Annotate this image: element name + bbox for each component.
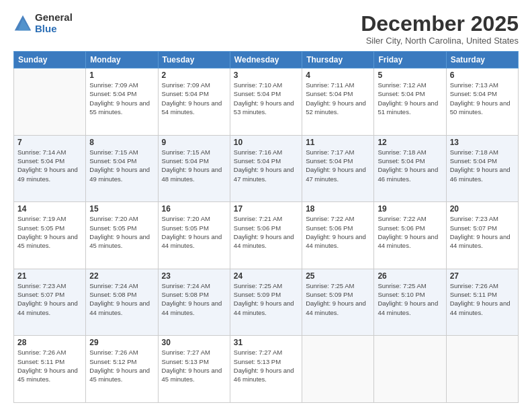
- calendar-header-monday: Monday: [86, 52, 158, 68]
- calendar-header-saturday: Saturday: [446, 52, 518, 68]
- calendar-cell: 28Sunrise: 7:26 AMSunset: 5:11 PMDayligh…: [14, 336, 86, 403]
- day-info: Sunrise: 7:23 AMSunset: 5:07 PMDaylight:…: [450, 214, 515, 250]
- calendar-cell: [302, 336, 374, 403]
- day-info: Sunrise: 7:13 AMSunset: 5:04 PMDaylight:…: [450, 81, 515, 116]
- day-info: Sunrise: 7:27 AMSunset: 5:13 PMDaylight:…: [162, 348, 226, 383]
- calendar-cell: 10Sunrise: 7:16 AMSunset: 5:04 PMDayligh…: [230, 135, 302, 202]
- day-info: Sunrise: 7:21 AMSunset: 5:06 PMDaylight:…: [234, 214, 298, 250]
- day-info: Sunrise: 7:24 AMSunset: 5:08 PMDaylight:…: [162, 281, 226, 317]
- calendar-cell: [14, 68, 86, 136]
- calendar-cell: 25Sunrise: 7:25 AMSunset: 5:09 PMDayligh…: [302, 269, 374, 336]
- day-info: Sunrise: 7:25 AMSunset: 5:09 PMDaylight:…: [306, 281, 370, 317]
- calendar-week-row: 14Sunrise: 7:19 AMSunset: 5:05 PMDayligh…: [14, 202, 519, 269]
- calendar-week-row: 28Sunrise: 7:26 AMSunset: 5:11 PMDayligh…: [14, 336, 519, 403]
- day-number: 13: [450, 138, 515, 147]
- day-info: Sunrise: 7:23 AMSunset: 5:07 PMDaylight:…: [17, 281, 82, 317]
- day-info: Sunrise: 7:15 AMSunset: 5:04 PMDaylight:…: [162, 148, 226, 183]
- calendar-cell: 8Sunrise: 7:15 AMSunset: 5:04 PMDaylight…: [86, 135, 158, 202]
- logo-text: General Blue: [35, 12, 73, 34]
- calendar-header-sunday: Sunday: [14, 52, 86, 68]
- calendar-week-row: 1Sunrise: 7:09 AMSunset: 5:04 PMDaylight…: [14, 68, 519, 136]
- calendar-cell: 22Sunrise: 7:24 AMSunset: 5:08 PMDayligh…: [86, 269, 158, 336]
- day-number: 16: [162, 204, 226, 214]
- calendar-cell: 13Sunrise: 7:18 AMSunset: 5:04 PMDayligh…: [446, 135, 518, 202]
- calendar-cell: 24Sunrise: 7:25 AMSunset: 5:09 PMDayligh…: [230, 269, 302, 336]
- day-number: 2: [162, 71, 226, 80]
- day-number: 21: [17, 271, 82, 281]
- calendar-cell: 31Sunrise: 7:27 AMSunset: 5:13 PMDayligh…: [230, 336, 302, 403]
- day-number: 10: [234, 138, 298, 147]
- day-number: 30: [162, 338, 226, 347]
- day-info: Sunrise: 7:26 AMSunset: 5:11 PMDaylight:…: [450, 281, 515, 317]
- day-number: 24: [234, 271, 298, 281]
- day-number: 9: [162, 138, 226, 147]
- day-number: 25: [306, 271, 370, 281]
- calendar-cell: 2Sunrise: 7:09 AMSunset: 5:04 PMDaylight…: [158, 68, 230, 136]
- calendar-header-row: SundayMondayTuesdayWednesdayThursdayFrid…: [14, 52, 519, 68]
- day-number: 3: [234, 71, 298, 80]
- calendar-cell: 9Sunrise: 7:15 AMSunset: 5:04 PMDaylight…: [158, 135, 230, 202]
- day-info: Sunrise: 7:20 AMSunset: 5:05 PMDaylight:…: [89, 214, 154, 250]
- calendar-cell: 16Sunrise: 7:20 AMSunset: 5:05 PMDayligh…: [158, 202, 230, 269]
- day-number: 4: [306, 71, 370, 80]
- calendar-cell: 26Sunrise: 7:25 AMSunset: 5:10 PMDayligh…: [374, 269, 446, 336]
- day-info: Sunrise: 7:11 AMSunset: 5:04 PMDaylight:…: [306, 81, 370, 116]
- logo-blue-text: Blue: [35, 24, 73, 35]
- calendar-cell: 20Sunrise: 7:23 AMSunset: 5:07 PMDayligh…: [446, 202, 518, 269]
- day-number: 27: [450, 271, 515, 281]
- calendar-cell: 23Sunrise: 7:24 AMSunset: 5:08 PMDayligh…: [158, 269, 230, 336]
- calendar-table: SundayMondayTuesdayWednesdayThursdayFrid…: [13, 51, 519, 403]
- day-number: 26: [378, 271, 442, 281]
- day-number: 31: [234, 338, 298, 347]
- calendar-cell: 30Sunrise: 7:27 AMSunset: 5:13 PMDayligh…: [158, 336, 230, 403]
- day-number: 7: [17, 138, 82, 147]
- calendar-cell: [374, 336, 446, 403]
- day-info: Sunrise: 7:24 AMSunset: 5:08 PMDaylight:…: [89, 281, 154, 317]
- day-number: 5: [378, 71, 442, 80]
- calendar-header-thursday: Thursday: [302, 52, 374, 68]
- day-number: 20: [450, 204, 515, 214]
- calendar-week-row: 21Sunrise: 7:23 AMSunset: 5:07 PMDayligh…: [14, 269, 519, 336]
- calendar-cell: 3Sunrise: 7:10 AMSunset: 5:04 PMDaylight…: [230, 68, 302, 136]
- day-number: 17: [234, 204, 298, 214]
- calendar-cell: [446, 336, 518, 403]
- page: General Blue December 2025 Siler City, N…: [0, 0, 532, 411]
- day-number: 1: [89, 71, 154, 80]
- calendar-cell: 6Sunrise: 7:13 AMSunset: 5:04 PMDaylight…: [446, 68, 518, 136]
- day-number: 22: [89, 271, 154, 281]
- calendar-cell: 15Sunrise: 7:20 AMSunset: 5:05 PMDayligh…: [86, 202, 158, 269]
- calendar-cell: 21Sunrise: 7:23 AMSunset: 5:07 PMDayligh…: [14, 269, 86, 336]
- day-info: Sunrise: 7:12 AMSunset: 5:04 PMDaylight:…: [378, 81, 442, 116]
- calendar-cell: 11Sunrise: 7:17 AMSunset: 5:04 PMDayligh…: [302, 135, 374, 202]
- day-number: 29: [89, 338, 154, 347]
- calendar-cell: 5Sunrise: 7:12 AMSunset: 5:04 PMDaylight…: [374, 68, 446, 136]
- day-info: Sunrise: 7:09 AMSunset: 5:04 PMDaylight:…: [162, 81, 226, 116]
- calendar-cell: 12Sunrise: 7:18 AMSunset: 5:04 PMDayligh…: [374, 135, 446, 202]
- day-info: Sunrise: 7:26 AMSunset: 5:11 PMDaylight:…: [17, 348, 82, 383]
- day-info: Sunrise: 7:09 AMSunset: 5:04 PMDaylight:…: [89, 81, 154, 116]
- calendar-cell: 29Sunrise: 7:26 AMSunset: 5:12 PMDayligh…: [86, 336, 158, 403]
- logo-icon: [13, 14, 32, 33]
- day-info: Sunrise: 7:15 AMSunset: 5:04 PMDaylight:…: [89, 148, 154, 183]
- calendar-cell: 14Sunrise: 7:19 AMSunset: 5:05 PMDayligh…: [14, 202, 86, 269]
- calendar-cell: 27Sunrise: 7:26 AMSunset: 5:11 PMDayligh…: [446, 269, 518, 336]
- calendar-cell: 17Sunrise: 7:21 AMSunset: 5:06 PMDayligh…: [230, 202, 302, 269]
- day-number: 23: [162, 271, 226, 281]
- day-info: Sunrise: 7:22 AMSunset: 5:06 PMDaylight:…: [306, 214, 370, 250]
- day-number: 12: [378, 138, 442, 147]
- calendar-cell: 18Sunrise: 7:22 AMSunset: 5:06 PMDayligh…: [302, 202, 374, 269]
- calendar-header-wednesday: Wednesday: [230, 52, 302, 68]
- day-info: Sunrise: 7:25 AMSunset: 5:10 PMDaylight:…: [378, 281, 442, 317]
- day-info: Sunrise: 7:26 AMSunset: 5:12 PMDaylight:…: [89, 348, 154, 383]
- day-info: Sunrise: 7:22 AMSunset: 5:06 PMDaylight:…: [378, 214, 442, 250]
- day-info: Sunrise: 7:14 AMSunset: 5:04 PMDaylight:…: [17, 148, 82, 183]
- day-info: Sunrise: 7:18 AMSunset: 5:04 PMDaylight:…: [378, 148, 442, 183]
- day-info: Sunrise: 7:19 AMSunset: 5:05 PMDaylight:…: [17, 214, 82, 250]
- calendar-cell: 7Sunrise: 7:14 AMSunset: 5:04 PMDaylight…: [14, 135, 86, 202]
- day-number: 14: [17, 204, 82, 214]
- location: Siler City, North Carolina, United State…: [361, 36, 519, 46]
- day-number: 18: [306, 204, 370, 214]
- day-number: 28: [17, 338, 82, 347]
- calendar-cell: 19Sunrise: 7:22 AMSunset: 5:06 PMDayligh…: [374, 202, 446, 269]
- title-section: December 2025 Siler City, North Carolina…: [361, 12, 519, 46]
